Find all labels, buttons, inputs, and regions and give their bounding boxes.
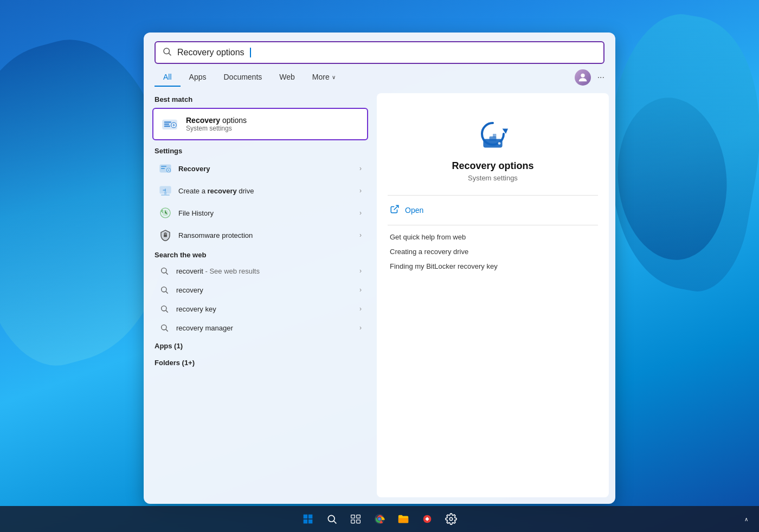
rp-subtitle: System settings bbox=[388, 174, 598, 182]
svg-rect-9 bbox=[161, 166, 166, 167]
result-text-file-history: File History bbox=[178, 209, 353, 217]
web-item-recovery-key[interactable]: recovery key › bbox=[152, 300, 368, 318]
external-link-icon bbox=[390, 204, 400, 216]
recovery-options-icon bbox=[160, 114, 179, 134]
best-match-text: Recovery options System settings bbox=[186, 116, 247, 132]
tab-documents[interactable]: Documents bbox=[215, 68, 271, 87]
apps-section-label: Apps (1) bbox=[149, 338, 371, 352]
chevron-down-icon: ∨ bbox=[332, 74, 336, 80]
svg-rect-34 bbox=[308, 515, 313, 519]
show-hidden-icons-button[interactable]: ∧ bbox=[742, 515, 750, 523]
svg-point-31 bbox=[498, 142, 501, 145]
chevron-right-web-4: › bbox=[359, 324, 362, 332]
result-item-file-history[interactable]: File History › bbox=[152, 202, 368, 224]
tab-all[interactable]: All bbox=[155, 68, 181, 87]
recovery-icon bbox=[159, 162, 172, 175]
svg-rect-14 bbox=[164, 192, 166, 194]
taskbar-right: ∧ bbox=[742, 506, 750, 532]
settings-section-label: Settings bbox=[149, 142, 371, 157]
web-text-recovery-key: recovery key bbox=[176, 305, 353, 313]
chevron-right-web-2: › bbox=[359, 286, 362, 294]
result-item-recovery[interactable]: Recovery › bbox=[152, 158, 368, 179]
web-search-icon-3 bbox=[159, 303, 170, 314]
rp-icon-area bbox=[388, 104, 598, 160]
svg-rect-10 bbox=[161, 168, 165, 169]
svg-rect-5 bbox=[164, 124, 169, 125]
web-item-recoverit[interactable]: recoverit - See web results › bbox=[152, 262, 368, 280]
web-section-label: Search the web bbox=[149, 246, 371, 261]
rp-link-quick-help[interactable]: Get quick help from web bbox=[388, 230, 598, 244]
svg-point-2 bbox=[581, 74, 584, 77]
search-icon bbox=[162, 47, 172, 59]
svg-rect-33 bbox=[304, 515, 308, 519]
tab-more[interactable]: More ∨ bbox=[304, 68, 344, 87]
svg-point-23 bbox=[162, 306, 166, 311]
web-text-recovery-manager: recovery manager bbox=[176, 324, 353, 332]
svg-line-24 bbox=[166, 310, 168, 313]
rp-open-action[interactable]: Open bbox=[388, 200, 598, 220]
avatar[interactable] bbox=[575, 69, 591, 86]
cast-button[interactable] bbox=[416, 508, 438, 530]
left-panel: Best match Recovery options System bbox=[144, 91, 377, 499]
taskview-button[interactable] bbox=[345, 508, 366, 530]
cursor bbox=[250, 48, 251, 57]
chevron-right-icon: › bbox=[359, 165, 362, 172]
svg-point-37 bbox=[328, 515, 335, 522]
web-item-recovery-manager[interactable]: recovery manager › bbox=[152, 319, 368, 337]
create-recovery-icon bbox=[159, 184, 172, 197]
chrome-button[interactable] bbox=[369, 508, 390, 530]
svg-point-25 bbox=[162, 325, 166, 330]
file-history-icon bbox=[159, 206, 172, 219]
taskbar-items bbox=[297, 508, 462, 530]
result-item-ransomware[interactable]: Ransomware protection › bbox=[152, 224, 368, 246]
svg-rect-45 bbox=[398, 518, 408, 523]
tab-apps[interactable]: Apps bbox=[181, 68, 215, 87]
svg-rect-39 bbox=[351, 515, 355, 518]
result-text-ransomware: Ransomware protection bbox=[178, 231, 353, 239]
svg-point-19 bbox=[162, 268, 166, 273]
result-text-recovery: Recovery bbox=[178, 165, 353, 173]
svg-rect-41 bbox=[351, 520, 355, 523]
web-text-recovery: recovery bbox=[176, 286, 353, 294]
web-text-recoverit: recoverit - See web results bbox=[176, 267, 353, 275]
svg-line-22 bbox=[166, 291, 168, 294]
taskbar-search-button[interactable] bbox=[321, 508, 343, 530]
svg-rect-42 bbox=[357, 520, 361, 523]
web-search-icon-2 bbox=[159, 284, 170, 295]
folders-section-label: Folders (1+) bbox=[149, 354, 371, 369]
svg-rect-6 bbox=[164, 126, 170, 127]
file-explorer-button[interactable] bbox=[393, 508, 414, 530]
search-tabs: All Apps Documents Web More ∨ ··· bbox=[144, 64, 615, 87]
start-button[interactable] bbox=[297, 508, 319, 530]
settings-button[interactable] bbox=[440, 508, 462, 530]
tab-web[interactable]: Web bbox=[271, 68, 304, 87]
taskbar: ∧ bbox=[0, 506, 759, 532]
start-menu: Recovery options All Apps Documents Web … bbox=[144, 33, 615, 504]
web-item-recovery[interactable]: recovery › bbox=[152, 281, 368, 299]
svg-line-32 bbox=[394, 205, 398, 210]
search-bar[interactable]: Recovery options bbox=[155, 41, 604, 64]
result-item-create-recovery[interactable]: Create a recovery drive › bbox=[152, 180, 368, 202]
svg-point-47 bbox=[449, 517, 453, 521]
svg-line-1 bbox=[169, 53, 171, 55]
best-match-label: Best match bbox=[149, 91, 371, 106]
chevron-right-web-3: › bbox=[359, 305, 362, 313]
rp-link-bitlocker[interactable]: Finding my BitLocker recovery key bbox=[388, 259, 598, 274]
svg-line-26 bbox=[166, 329, 168, 332]
rp-open-label: Open bbox=[405, 206, 423, 215]
best-match-item[interactable]: Recovery options System settings bbox=[152, 108, 368, 140]
more-options-button[interactable]: ··· bbox=[597, 73, 604, 82]
ransomware-icon bbox=[159, 229, 172, 242]
svg-rect-13 bbox=[161, 194, 170, 196]
tab-right: ··· bbox=[575, 69, 604, 86]
svg-rect-30 bbox=[493, 134, 496, 137]
svg-point-44 bbox=[378, 517, 381, 521]
recovery-large-icon bbox=[471, 115, 514, 155]
web-search-icon bbox=[159, 265, 170, 276]
rp-divider bbox=[388, 195, 598, 196]
svg-rect-4 bbox=[164, 121, 171, 122]
content-area: Best match Recovery options System bbox=[144, 87, 615, 504]
chevron-right-icon-2: › bbox=[359, 187, 362, 194]
rp-link-creating-drive[interactable]: Creating a recovery drive bbox=[388, 244, 598, 259]
svg-point-21 bbox=[162, 287, 166, 292]
